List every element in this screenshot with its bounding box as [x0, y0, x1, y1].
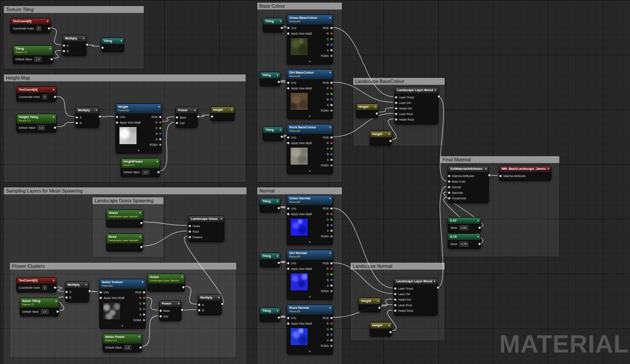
graph-canvas[interactable]: MATERIAL Texture TilingHeight MapSamplin…	[0, 0, 630, 364]
output-pin[interactable]	[159, 115, 162, 118]
output-pin[interactable]	[330, 27, 333, 30]
input-pin[interactable]	[188, 225, 191, 228]
output-pin[interactable]	[330, 92, 333, 95]
input-pin[interactable]	[394, 304, 397, 307]
node-header[interactable]: Grass BaseColour▾Param2D	[287, 15, 333, 24]
node-noise-tiling-param[interactable]: Noise Tiling▾Param (?)Default Value1.0	[20, 298, 59, 317]
output-pin[interactable]	[56, 310, 59, 313]
input-pin[interactable]	[448, 175, 451, 178]
node-grass-layer-sample-2[interactable]: Grass▾Landscape Layer Sample	[147, 274, 185, 292]
collapse-chevron-icon[interactable]: ▾	[287, 240, 333, 245]
output-pin[interactable]	[375, 112, 378, 115]
node-header[interactable]: Dirt Normal▾Param2D	[287, 250, 333, 260]
node-header[interactable]: Power▾	[160, 301, 181, 307]
input-pin[interactable]	[75, 121, 78, 124]
chevron-down-icon[interactable]: ▾	[329, 251, 331, 255]
chevron-down-icon[interactable]: ▾	[231, 108, 232, 112]
output-pin[interactable]	[330, 218, 333, 221]
output-pin[interactable]	[330, 87, 333, 90]
comment-title[interactable]: Landscape Grass Spawning	[92, 197, 163, 204]
output-pin[interactable]	[197, 115, 200, 118]
chevron-down-icon[interactable]: ▾	[85, 283, 87, 287]
value-box[interactable]: 1.0	[124, 345, 131, 350]
chevron-down-icon[interactable]: ▾	[156, 160, 158, 163]
output-pin[interactable]	[159, 127, 162, 130]
output-pin[interactable]	[330, 213, 333, 216]
output-pin[interactable]	[478, 226, 481, 229]
output-pin[interactable]	[330, 278, 333, 281]
collapse-chevron-icon[interactable]: ▾	[287, 59, 333, 64]
node-height-power-param[interactable]: HeightPower▾Param (?)Default Value1.0	[121, 158, 160, 177]
output-pin[interactable]	[330, 322, 333, 325]
output-pin[interactable]	[330, 104, 333, 107]
chevron-down-icon[interactable]: ▾	[220, 217, 222, 221]
node-header[interactable]: TexCoord[0]▾	[11, 18, 50, 24]
comment-title[interactable]: Normal	[257, 187, 342, 195]
chevron-down-icon[interactable]: ▾	[83, 36, 84, 40]
output-pin[interactable]	[330, 158, 333, 161]
output-pin[interactable]	[143, 308, 146, 311]
node-tiling-use-3[interactable]: Tiling▾	[263, 127, 283, 141]
node-header[interactable]: Multiply▾	[63, 36, 86, 41]
chevron-down-icon[interactable]: ▾	[276, 254, 278, 258]
node-header[interactable]: Landscape Layer Blend▾	[395, 87, 438, 93]
node-height-use-4[interactable]: Height▾	[370, 322, 392, 337]
output-pin[interactable]	[182, 286, 185, 289]
node-multiply-1[interactable]: Multiply▾AB	[62, 35, 86, 56]
output-pin[interactable]	[330, 49, 333, 52]
chevron-down-icon[interactable]: ▾	[181, 275, 183, 279]
chevron-down-icon[interactable]: ▾	[276, 309, 278, 313]
chevron-down-icon[interactable]: ▾	[178, 302, 179, 305]
node-set-material-attributes[interactable]: SetMaterialAttributes▾Material Attribute…	[448, 166, 489, 203]
node-header[interactable]: Landscape Grass▾	[189, 216, 224, 222]
node-height-texture[interactable]: Height▾Param2DUVsApply View MipBiasRGBRG…	[116, 104, 162, 154]
chevron-down-icon[interactable]: ▾	[276, 73, 278, 77]
input-pin[interactable]	[499, 175, 502, 178]
chevron-down-icon[interactable]: ▾	[276, 199, 278, 203]
node-header[interactable]: SetMaterialAttributes▾	[448, 166, 488, 172]
node-multiply-3[interactable]: Multiply▾AB	[65, 281, 89, 302]
node-tiling-use-4[interactable]: Tiling▾	[260, 198, 280, 213]
comment-title[interactable]: Landscape BaseColour	[353, 78, 445, 85]
node-grass-layer-sample-1[interactable]: Grass▾Landscape Layer Sample	[106, 210, 143, 228]
node-constant-specular[interactable]: 0.02▾Value0.02	[448, 217, 481, 233]
output-pin[interactable]	[330, 262, 333, 265]
input-pin[interactable]	[448, 191, 451, 194]
output-pin[interactable]	[330, 142, 333, 145]
output-pin[interactable]	[330, 136, 333, 139]
node-header[interactable]: Height▾	[370, 323, 392, 328]
input-pin[interactable]	[394, 309, 397, 312]
node-header[interactable]: 0.02▾	[448, 218, 481, 224]
comment-title[interactable]: Base Colour	[257, 3, 342, 10]
node-tiling-use-5[interactable]: Tiling▾	[260, 253, 280, 267]
input-pin[interactable]	[188, 236, 191, 239]
node-rock-basecolour-texture[interactable]: Rock BaseColour▾Param2DUVsApply View Mip…	[287, 124, 333, 174]
comment-title[interactable]: Flower Clusters	[10, 263, 236, 270]
node-height-tiling-param[interactable]: Height Tiling▾Param (?)Default Value1.0	[16, 114, 56, 133]
input-pin[interactable]	[394, 298, 397, 301]
node-header[interactable]: Grass▾Landscape Layer Sample	[107, 210, 143, 219]
input-pin[interactable]	[198, 309, 201, 312]
input-pin[interactable]	[75, 116, 78, 119]
node-material-output[interactable]: MM_BasicLandscape_James▾Material Attribu…	[499, 166, 551, 181]
output-pin[interactable]	[50, 58, 53, 61]
output-pin[interactable]	[159, 143, 162, 146]
input-pin[interactable]	[287, 136, 290, 139]
collapse-chevron-icon[interactable]: ▾	[100, 324, 145, 328]
collapse-chevron-icon[interactable]: ▾	[287, 295, 333, 299]
chevron-down-icon[interactable]: ▾	[477, 219, 479, 222]
comment-title[interactable]: Height Map	[4, 74, 246, 82]
chevron-down-icon[interactable]: ▾	[138, 335, 140, 339]
chevron-down-icon[interactable]: ▾	[218, 296, 220, 299]
chevron-down-icon[interactable]: ▾	[53, 88, 54, 92]
node-header[interactable]: Rock Normal▾Param2D	[287, 305, 333, 314]
input-pin[interactable]	[116, 115, 119, 118]
input-pin[interactable]	[395, 118, 398, 121]
output-pin[interactable]	[330, 109, 333, 112]
output-pin[interactable]	[143, 296, 146, 299]
input-pin[interactable]	[65, 290, 68, 293]
chevron-down-icon[interactable]: ▾	[139, 211, 141, 215]
chevron-down-icon[interactable]: ▾	[329, 71, 331, 74]
output-pin[interactable]	[330, 224, 333, 227]
chevron-down-icon[interactable]: ▾	[329, 16, 331, 20]
